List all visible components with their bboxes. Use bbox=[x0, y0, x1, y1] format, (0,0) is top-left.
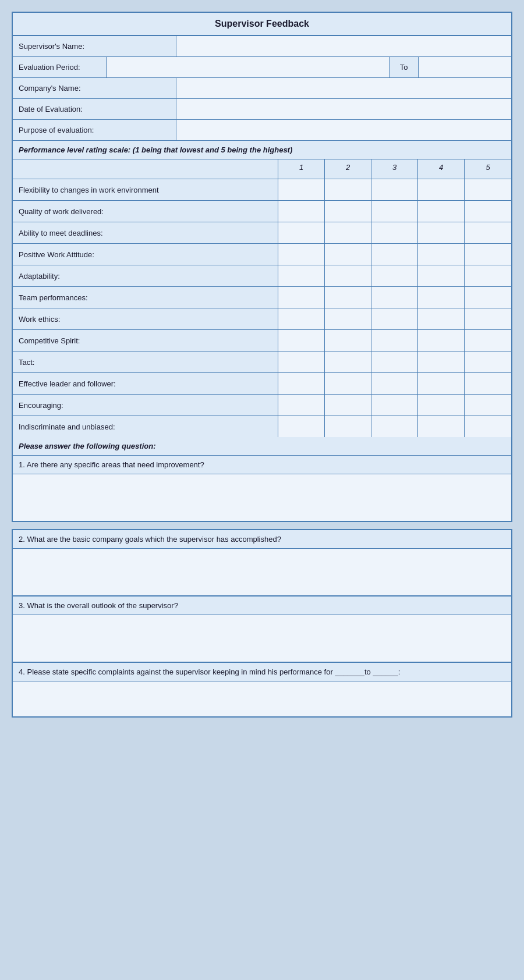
question-2-answer[interactable] bbox=[13, 549, 511, 595]
rating-item-6-col-1[interactable] bbox=[278, 308, 325, 329]
purpose-evaluation-input[interactable] bbox=[176, 120, 511, 140]
rating-item-7-col-1[interactable] bbox=[278, 330, 325, 351]
rating-col-1-header: 1 bbox=[278, 159, 325, 179]
rating-item-11-col-1[interactable] bbox=[278, 416, 325, 437]
rating-item-0-col-2[interactable] bbox=[325, 179, 371, 200]
rating-col-4-header: 4 bbox=[418, 159, 465, 179]
company-name-label: Company's Name: bbox=[13, 78, 176, 98]
rating-item-3-col-3[interactable] bbox=[371, 244, 418, 265]
rating-item-4-col-5[interactable] bbox=[465, 265, 511, 286]
rating-item-10-col-1[interactable] bbox=[278, 395, 325, 416]
rating-item-label-4: Adaptability: bbox=[13, 265, 278, 286]
rating-item-11-col-2[interactable] bbox=[325, 416, 371, 437]
rating-item-3-col-5[interactable] bbox=[465, 244, 511, 265]
rating-item-6-col-2[interactable] bbox=[325, 308, 371, 329]
rating-item-5-col-3[interactable] bbox=[371, 287, 418, 308]
rating-item-8-col-2[interactable] bbox=[325, 351, 371, 372]
rating-item-label-5: Team performances: bbox=[13, 287, 278, 308]
rating-item-1-col-1[interactable] bbox=[278, 201, 325, 222]
rating-item-0-col-1[interactable] bbox=[278, 179, 325, 200]
rating-label-header bbox=[13, 159, 278, 179]
rating-item-6-col-5[interactable] bbox=[465, 308, 511, 329]
rating-item-9-col-5[interactable] bbox=[465, 373, 511, 394]
rating-item-7-col-3[interactable] bbox=[371, 330, 418, 351]
question-1-label: 1. Are there any specific areas that nee… bbox=[13, 456, 511, 474]
rating-item-label-6: Work ethics: bbox=[13, 308, 278, 329]
rating-item-9-col-4[interactable] bbox=[418, 373, 465, 394]
bottom-section: 2. What are the basic company goals whic… bbox=[12, 529, 512, 718]
rating-item-9-col-1[interactable] bbox=[278, 373, 325, 394]
question-3-answer[interactable] bbox=[13, 615, 511, 662]
rating-item-10-col-4[interactable] bbox=[418, 395, 465, 416]
rating-item-4-col-1[interactable] bbox=[278, 265, 325, 286]
rating-item-row-6: Work ethics: bbox=[13, 308, 511, 330]
rating-item-6-col-4[interactable] bbox=[418, 308, 465, 329]
supervisor-name-input[interactable] bbox=[176, 36, 511, 56]
evaluation-period-end-input[interactable] bbox=[418, 57, 511, 77]
rating-item-label-2: Ability to meet deadlines: bbox=[13, 222, 278, 243]
rating-item-2-col-4[interactable] bbox=[418, 222, 465, 243]
rating-item-3-col-1[interactable] bbox=[278, 244, 325, 265]
rating-item-0-col-4[interactable] bbox=[418, 179, 465, 200]
rating-header-row: 1 2 3 4 5 bbox=[13, 159, 511, 179]
rating-item-8-col-5[interactable] bbox=[465, 351, 511, 372]
rating-item-7-col-2[interactable] bbox=[325, 330, 371, 351]
rating-item-4-col-3[interactable] bbox=[371, 265, 418, 286]
rating-item-11-col-4[interactable] bbox=[418, 416, 465, 437]
rating-item-10-col-2[interactable] bbox=[325, 395, 371, 416]
rating-item-8-col-1[interactable] bbox=[278, 351, 325, 372]
evaluation-period-label: Evaluation Period: bbox=[13, 57, 106, 77]
rating-item-5-col-5[interactable] bbox=[465, 287, 511, 308]
rating-item-10-col-3[interactable] bbox=[371, 395, 418, 416]
rating-item-8-col-3[interactable] bbox=[371, 351, 418, 372]
rating-item-5-col-1[interactable] bbox=[278, 287, 325, 308]
rating-item-8-col-4[interactable] bbox=[418, 351, 465, 372]
question-2-block: 2. What are the basic company goals whic… bbox=[13, 530, 511, 596]
rating-item-1-col-2[interactable] bbox=[325, 201, 371, 222]
rating-rows: Flexibility to changes in work environme… bbox=[13, 179, 511, 437]
question-3-label: 3. What is the overall outlook of the su… bbox=[13, 596, 511, 615]
evaluation-period-start-input[interactable] bbox=[106, 57, 389, 77]
date-evaluation-input[interactable] bbox=[176, 99, 511, 119]
rating-item-6-col-3[interactable] bbox=[371, 308, 418, 329]
rating-item-label-10: Encouraging: bbox=[13, 395, 278, 416]
rating-item-4-col-4[interactable] bbox=[418, 265, 465, 286]
rating-item-0-col-3[interactable] bbox=[371, 179, 418, 200]
rating-col-3-header: 3 bbox=[371, 159, 418, 179]
evaluation-period-row: Evaluation Period: To bbox=[13, 57, 511, 78]
question-4-answer[interactable] bbox=[13, 681, 511, 716]
scale-header: Performance level rating scale: (1 being… bbox=[13, 141, 511, 159]
rating-item-7-col-5[interactable] bbox=[465, 330, 511, 351]
rating-item-2-col-1[interactable] bbox=[278, 222, 325, 243]
form-title: Supervisor Feedback bbox=[13, 13, 511, 36]
rating-item-7-col-4[interactable] bbox=[418, 330, 465, 351]
rating-item-0-col-5[interactable] bbox=[465, 179, 511, 200]
rating-item-1-col-3[interactable] bbox=[371, 201, 418, 222]
rating-item-3-col-2[interactable] bbox=[325, 244, 371, 265]
rating-item-label-3: Positive Work Attitude: bbox=[13, 244, 278, 265]
question-4-block: 4. Please state specific complaints agai… bbox=[13, 663, 511, 716]
question-1-answer[interactable] bbox=[13, 474, 511, 521]
rating-item-3-col-4[interactable] bbox=[418, 244, 465, 265]
rating-item-5-col-2[interactable] bbox=[325, 287, 371, 308]
rating-item-row-2: Ability to meet deadlines: bbox=[13, 222, 511, 244]
rating-item-9-col-3[interactable] bbox=[371, 373, 418, 394]
rating-item-5-col-4[interactable] bbox=[418, 287, 465, 308]
rating-item-9-col-2[interactable] bbox=[325, 373, 371, 394]
rating-item-4-col-2[interactable] bbox=[325, 265, 371, 286]
rating-item-11-col-3[interactable] bbox=[371, 416, 418, 437]
rating-item-row-9: Effective leader and follower: bbox=[13, 373, 511, 395]
rating-item-label-0: Flexibility to changes in work environme… bbox=[13, 179, 278, 200]
title-text: Supervisor Feedback bbox=[215, 19, 309, 29]
rating-item-2-col-5[interactable] bbox=[465, 222, 511, 243]
rating-item-1-col-4[interactable] bbox=[418, 201, 465, 222]
question-3-block: 3. What is the overall outlook of the su… bbox=[13, 596, 511, 663]
rating-item-11-col-5[interactable] bbox=[465, 416, 511, 437]
rating-item-row-1: Quality of work delivered: bbox=[13, 201, 511, 222]
company-name-input[interactable] bbox=[176, 78, 511, 98]
rating-item-1-col-5[interactable] bbox=[465, 201, 511, 222]
rating-item-10-col-5[interactable] bbox=[465, 395, 511, 416]
rating-item-2-col-2[interactable] bbox=[325, 222, 371, 243]
rating-item-2-col-3[interactable] bbox=[371, 222, 418, 243]
question-2-label: 2. What are the basic company goals whic… bbox=[13, 530, 511, 549]
